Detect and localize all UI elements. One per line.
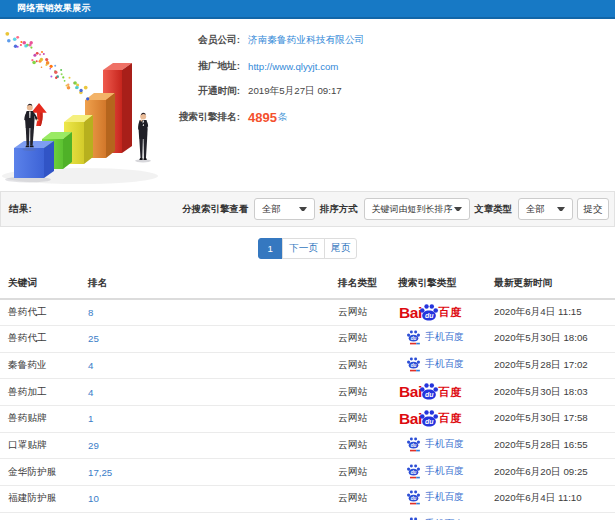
ranking-count-unit: 条 — [278, 111, 288, 124]
rank-link[interactable]: 4 — [88, 387, 93, 398]
svg-text:du: du — [411, 336, 417, 341]
col-keyword: 关键词 — [0, 268, 80, 299]
keyword-cell: 兽药贴牌 — [0, 406, 80, 433]
rank-type-cell: 云网站 — [330, 485, 390, 512]
rank-link[interactable]: 1 — [88, 413, 93, 424]
rank-type-cell: 云网站 — [330, 326, 390, 353]
mobile-baidu-underline-red — [410, 343, 416, 345]
rank-type-cell — [330, 512, 390, 520]
table-row: 口罩贴牌 29 云网站 du 手机百度 2020年5月28日 16:55 — [0, 432, 615, 459]
mobile-baidu-paw-icon: du — [407, 490, 420, 505]
baidu-logo: Bai du 百度 — [399, 304, 461, 322]
rank-cell: 8 — [80, 299, 330, 326]
table-row: 兽药代工 8 云网站 Bai du 百度 2020年6月4日 11:15 — [0, 299, 615, 326]
member-info: 会员公司:济南秦鲁药业科技有限公司推广地址:http://www.qlyyjt.… — [130, 28, 600, 130]
svg-text:du: du — [411, 363, 417, 368]
svg-text:du: du — [425, 418, 434, 425]
table-row: 兽药加工 4 云网站 Bai du 百度 2020年5月30日 18:03 — [0, 379, 615, 406]
mobile-baidu-underline-blue — [416, 450, 420, 452]
svg-text:du: du — [425, 312, 434, 319]
rank-cell: 4 — [80, 352, 330, 379]
rank-link[interactable]: 10 — [88, 493, 99, 504]
engine-cell: du 手机百度 — [390, 512, 486, 520]
summary-section: 会员公司:济南秦鲁药业科技有限公司推广地址:http://www.qlyyjt.… — [0, 19, 615, 191]
baidu-logo-hanzi: 百度 — [438, 411, 461, 426]
mobile-baidu-paw-icon: du — [407, 330, 420, 345]
keyword-cell: 口罩贴牌 — [0, 432, 80, 459]
rank-type-cell: 云网站 — [330, 379, 390, 406]
chevron-down-icon — [299, 207, 307, 211]
svg-text:du: du — [411, 443, 417, 448]
mobile-baidu-logo: du 手机百度 — [407, 490, 464, 505]
engine-cell: du 手机百度 — [390, 352, 486, 379]
filter-bar: 结果: 分搜索引擎查看 全部 排序方式 关键词由短到长排序 文章类型 全部 提交 — [0, 191, 615, 227]
page-title: 网络营销效果展示 — [17, 2, 91, 15]
engine-select-value: 全部 — [262, 203, 281, 216]
rank-type-cell: 云网站 — [330, 432, 390, 459]
rank-link[interactable]: 25 — [88, 333, 99, 344]
sort-select[interactable]: 关键词由短到长排序 — [364, 198, 470, 220]
article-type-select[interactable]: 全部 — [518, 198, 573, 220]
mobile-baidu-paw-icon: du — [407, 464, 420, 479]
rank-type-cell: 云网站 — [330, 299, 390, 326]
svg-text:du: du — [411, 496, 417, 501]
updated-cell: 2020年6月20日 09:25 — [486, 459, 615, 486]
svg-text:du: du — [411, 470, 417, 475]
mobile-baidu-label: 手机百度 — [425, 465, 464, 478]
article-type-select-value: 全部 — [526, 203, 545, 216]
info-label: 推广地址: — [130, 60, 240, 73]
next-page-button[interactable]: 下一页 — [282, 238, 325, 259]
info-row: 推广地址:http://www.qlyyjt.com — [130, 54, 600, 80]
baidu-logo: Bai du 百度 — [399, 383, 461, 401]
mobile-baidu-underline-red — [410, 503, 416, 505]
rank-link[interactable]: 8 — [88, 307, 93, 318]
info-label: 开通时间: — [130, 85, 240, 98]
mobile-baidu-label: 手机百度 — [425, 438, 464, 451]
keyword-cell: 福建防护服 — [0, 485, 80, 512]
keyword-cell: 兽药代工 — [0, 299, 80, 326]
info-value-link[interactable]: http://www.qlyyjt.com — [248, 61, 338, 72]
results-table: 关键词 排名 排名类型 搜索引擎类型 最新更新时间 兽药代工 8 云网站 Bai… — [0, 268, 615, 520]
rank-cell: 1 — [80, 406, 330, 433]
baidu-paw-icon: du — [419, 383, 439, 400]
chevron-down-icon — [557, 207, 565, 211]
keyword-cell: 兽药代工 — [0, 326, 80, 353]
last-page-button[interactable]: 尾页 — [324, 238, 357, 259]
bar-blue — [14, 141, 54, 178]
keyword-cell: 金华防护服 — [0, 459, 80, 486]
mobile-baidu-underline-blue — [416, 503, 420, 505]
mobile-baidu-underline-blue — [416, 343, 420, 345]
updated-cell: 2020年5月30日 18:03 — [486, 379, 615, 406]
page-1-button[interactable]: 1 — [258, 238, 283, 259]
table-row: 秦鲁药业 4 云网站 du 手机百度 2020年5月28日 17:02 — [0, 352, 615, 379]
baidu-logo: Bai du 百度 — [399, 410, 461, 428]
rank-link[interactable]: 17,25 — [88, 467, 112, 478]
info-row: 搜索引擎排名:4895条 — [130, 105, 600, 131]
pagination: 1 下一页 尾页 — [0, 238, 615, 260]
updated-cell: 2020年6月4日 11:10 — [486, 485, 615, 512]
mobile-baidu-logo: du 手机百度 — [407, 437, 464, 452]
keyword-cell — [0, 512, 80, 520]
rank-type-cell: 云网站 — [330, 352, 390, 379]
mobile-baidu-logo: du 手机百度 — [407, 330, 464, 345]
article-type-label: 文章类型 — [475, 203, 513, 216]
info-value-link[interactable]: 济南秦鲁药业科技有限公司 — [248, 34, 364, 47]
updated-cell: 2020年6月4日 11:15 — [486, 299, 615, 326]
engine-cell: Bai du 百度 — [390, 379, 486, 406]
confetti — [5, 32, 89, 101]
keyword-cell: 秦鲁药业 — [0, 352, 80, 379]
mobile-baidu-logo: du 手机百度 — [407, 357, 464, 372]
engine-cell: du 手机百度 — [390, 326, 486, 353]
rank-link[interactable]: 29 — [88, 440, 99, 451]
engine-select[interactable]: 全部 — [254, 198, 315, 220]
rank-cell: 25 — [80, 326, 330, 353]
mobile-baidu-paw-icon: du — [407, 437, 420, 452]
submit-button[interactable]: 提交 — [577, 198, 609, 220]
table-row: 兽药代工 25 云网站 du 手机百度 2020年5月30日 18:06 — [0, 326, 615, 353]
mobile-baidu-underline-blue — [416, 370, 420, 372]
updated-cell: 2020年5月30日 18:06 — [486, 326, 615, 353]
mobile-baidu-label: 手机百度 — [425, 331, 464, 344]
mobile-baidu-label: 手机百度 — [425, 491, 464, 504]
rank-link[interactable]: 4 — [88, 360, 93, 371]
baidu-paw-icon: du — [419, 304, 439, 321]
